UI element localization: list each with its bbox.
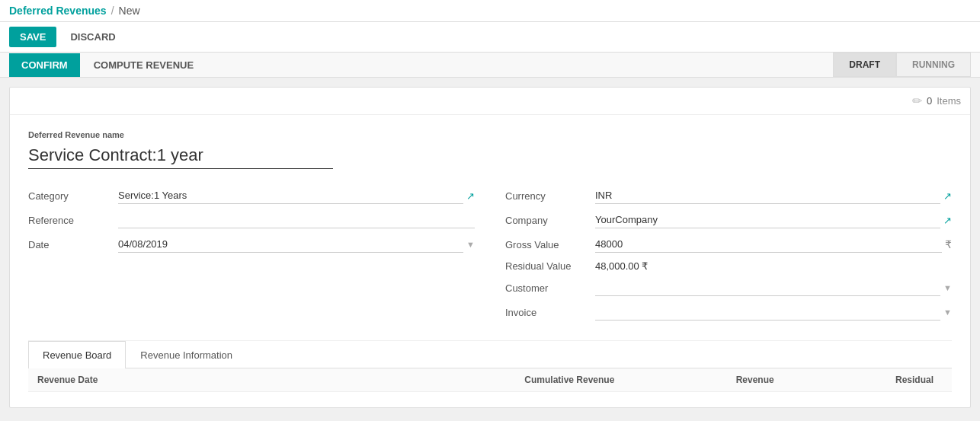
revenue-name-label: Deferred Revenue name bbox=[28, 130, 952, 139]
items-label: Items bbox=[937, 95, 961, 107]
form-body: Deferred Revenue name Category Service:1… bbox=[10, 115, 970, 407]
date-value: ▼ bbox=[118, 236, 475, 253]
tab-revenue-board[interactable]: Revenue Board bbox=[28, 341, 126, 368]
th-residual: Residual bbox=[789, 375, 943, 385]
customer-value: ▼ bbox=[595, 279, 952, 296]
tabs-header: Revenue Board Revenue Information bbox=[28, 341, 952, 368]
action-bar: SAVE DISCARD bbox=[0, 22, 980, 53]
main-content: ✏ 0 Items Deferred Revenue name Category bbox=[0, 78, 980, 417]
form-card: ✏ 0 Items Deferred Revenue name Category bbox=[9, 87, 971, 408]
th-revenue: Revenue bbox=[629, 375, 789, 385]
reference-input[interactable] bbox=[118, 212, 475, 228]
customer-row: Customer ▼ bbox=[505, 279, 952, 296]
category-value: Service:1 Years ↗ bbox=[118, 187, 475, 204]
items-count: 0 bbox=[927, 95, 932, 107]
company-external-link-icon[interactable]: ↗ bbox=[943, 215, 952, 226]
date-label: Date bbox=[28, 239, 112, 250]
confirm-button[interactable]: CONFIRM bbox=[9, 53, 80, 77]
category-select[interactable]: Service:1 Years bbox=[118, 187, 463, 204]
date-input[interactable] bbox=[118, 236, 463, 253]
revenue-name-input[interactable] bbox=[28, 142, 333, 169]
residual-row: Residual Value 48,000.00 ₹ bbox=[505, 260, 952, 272]
date-row: Date ▼ bbox=[28, 236, 475, 253]
reference-label: Reference bbox=[28, 215, 112, 226]
breadcrumb-app[interactable]: Deferred Revenues bbox=[9, 5, 107, 17]
breadcrumb-bar: Deferred Revenues / New bbox=[0, 0, 980, 22]
th-cumulative-revenue: Cumulative Revenue bbox=[326, 375, 630, 385]
category-external-link-icon[interactable]: ↗ bbox=[466, 190, 475, 202]
discard-button[interactable]: DISCARD bbox=[62, 27, 123, 47]
company-row: Company YourCompany ↗ bbox=[505, 212, 952, 228]
customer-label: Customer bbox=[505, 282, 589, 294]
gross-value-row: Gross Value ₹ bbox=[505, 236, 952, 253]
reference-row: Reference bbox=[28, 212, 475, 228]
status-pills: DRAFT RUNNING bbox=[833, 53, 971, 77]
inr-symbol: ₹ bbox=[945, 238, 952, 250]
gross-value-label: Gross Value bbox=[505, 239, 589, 250]
tabs-section: Revenue Board Revenue Information Revenu… bbox=[28, 340, 952, 392]
customer-dropdown-icon[interactable]: ▼ bbox=[943, 283, 952, 292]
gross-value-value: ₹ bbox=[595, 236, 952, 253]
date-dropdown-icon[interactable]: ▼ bbox=[466, 240, 475, 249]
save-button[interactable]: SAVE bbox=[9, 27, 56, 47]
items-bar: ✏ 0 Items bbox=[10, 88, 970, 115]
status-bar: CONFIRM COMPUTE REVENUE DRAFT RUNNING bbox=[0, 53, 980, 78]
invoice-select[interactable] bbox=[595, 304, 940, 321]
right-column: Currency INR ↗ Company YourCompany bbox=[505, 187, 952, 328]
invoice-label: Invoice bbox=[505, 307, 589, 318]
breadcrumb-sep: / bbox=[111, 5, 114, 17]
left-column: Category Service:1 Years ↗ Reference bbox=[28, 187, 475, 328]
company-label: Company bbox=[505, 215, 589, 226]
currency-row: Currency INR ↗ bbox=[505, 187, 952, 204]
category-label: Category bbox=[28, 190, 112, 202]
currency-value: INR ↗ bbox=[595, 187, 952, 204]
edit-icon: ✏ bbox=[912, 94, 922, 108]
currency-label: Currency bbox=[505, 190, 589, 202]
invoice-value: ▼ bbox=[595, 304, 952, 321]
residual-text: 48,000.00 ₹ bbox=[595, 260, 648, 272]
tab-revenue-information[interactable]: Revenue Information bbox=[126, 341, 247, 368]
table-headers: Revenue Date Cumulative Revenue Revenue … bbox=[28, 368, 952, 392]
items-widget[interactable]: ✏ 0 Items bbox=[912, 94, 961, 108]
invoice-dropdown-icon[interactable]: ▼ bbox=[943, 308, 952, 317]
residual-value: 48,000.00 ₹ bbox=[595, 260, 952, 272]
gross-value-input[interactable] bbox=[595, 236, 942, 253]
compute-revenue-button[interactable]: COMPUTE REVENUE bbox=[83, 53, 204, 77]
reference-value bbox=[118, 212, 475, 228]
currency-select[interactable]: INR bbox=[595, 187, 940, 204]
th-revenue-date: Revenue Date bbox=[37, 375, 326, 385]
status-pill-running[interactable]: RUNNING bbox=[896, 53, 971, 77]
form-columns: Category Service:1 Years ↗ Reference bbox=[28, 187, 952, 328]
invoice-row: Invoice ▼ bbox=[505, 304, 952, 321]
breadcrumb-current: New bbox=[119, 5, 140, 17]
currency-external-link-icon[interactable]: ↗ bbox=[943, 190, 952, 202]
status-pill-draft[interactable]: DRAFT bbox=[833, 53, 896, 77]
category-row: Category Service:1 Years ↗ bbox=[28, 187, 475, 204]
company-select[interactable]: YourCompany bbox=[595, 212, 940, 228]
company-value: YourCompany ↗ bbox=[595, 212, 952, 228]
residual-label: Residual Value bbox=[505, 260, 589, 272]
customer-select[interactable] bbox=[595, 279, 940, 296]
